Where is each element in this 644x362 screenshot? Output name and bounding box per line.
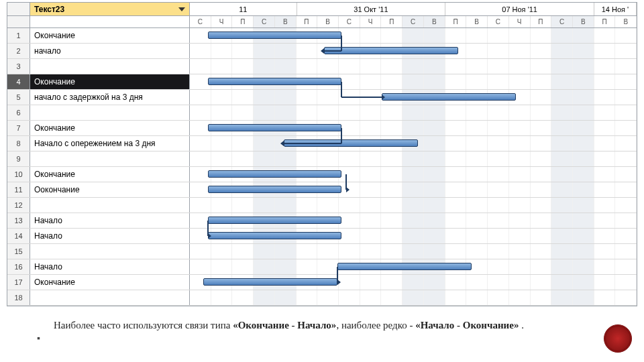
task-name-cell[interactable] [30, 290, 190, 305]
gantt-bar[interactable] [324, 47, 458, 54]
chart-cell [190, 290, 637, 305]
row-id[interactable]: 6 [7, 105, 30, 120]
day-header: СЧПСВПВСЧПСВПВСЧПСВПВ [190, 16, 637, 27]
day-cell: С [488, 16, 509, 27]
task-name-cell[interactable]: Окончание [30, 275, 190, 290]
row-id[interactable]: 9 [7, 152, 30, 166]
row-id[interactable]: 13 [7, 213, 30, 228]
gantt-bar[interactable] [208, 186, 342, 193]
task-name-cell[interactable]: Начало [30, 213, 190, 228]
day-cell: С [254, 16, 275, 27]
gantt-bar[interactable] [208, 217, 342, 224]
table-row[interactable]: 16Начало [7, 259, 637, 275]
table-row[interactable]: 12 [7, 198, 637, 213]
table-row[interactable]: 11Оокончание [7, 182, 637, 198]
task-name-cell[interactable]: начало [30, 44, 190, 58]
row-id[interactable]: 4 [7, 74, 30, 89]
task-name-cell[interactable]: Начало [30, 259, 190, 274]
row-id[interactable]: 14 [7, 229, 30, 243]
gantt-bar[interactable] [208, 78, 342, 85]
task-name-cell[interactable]: Окончание [30, 167, 190, 182]
caption-text: , наиболее редко - [336, 320, 415, 330]
task-name-cell[interactable]: Начало с опережением на 3 дня [30, 136, 190, 151]
day-cell: П [232, 16, 254, 27]
table-row[interactable]: 5начало с задержкой на 3 дня [7, 90, 637, 105]
gantt-bar[interactable] [203, 278, 337, 286]
row-id[interactable]: 3 [7, 59, 30, 74]
caption-bold: «Начало - Окончание» [415, 320, 519, 330]
gantt-bar[interactable] [208, 232, 342, 239]
chart-cell [190, 213, 637, 228]
task-name-cell[interactable]: Окончание [30, 28, 190, 43]
row-id[interactable]: 11 [7, 182, 30, 197]
chart-cell [190, 152, 637, 166]
chart-cell [190, 259, 637, 274]
table-row[interactable]: 15 [7, 244, 637, 259]
task-name-cell[interactable]: Окончание [30, 74, 190, 89]
gantt-bar[interactable] [208, 170, 342, 178]
row-id[interactable]: 16 [7, 259, 30, 274]
table-row[interactable]: 18 [7, 290, 637, 306]
task-name-cell[interactable] [30, 152, 190, 166]
task-name-cell[interactable]: начало с задержкой на 3 дня [30, 90, 190, 105]
table-row[interactable]: 17Окончание [7, 275, 637, 290]
task-name-cell[interactable]: Оокончание [30, 182, 190, 197]
table-row[interactable]: 3 [7, 59, 637, 74]
row-id[interactable]: 7 [7, 121, 30, 135]
day-cell: С [551, 16, 573, 27]
day-cell: П [297, 16, 318, 27]
table-row[interactable]: 6 [7, 105, 637, 121]
caption-bold: «Окончание - Начало» [233, 320, 336, 330]
task-name-cell[interactable] [30, 105, 190, 120]
day-cell: С [339, 16, 360, 27]
date-group: 14 Ноя ' [594, 3, 637, 15]
row-id[interactable]: 5 [7, 90, 30, 105]
task-name-cell[interactable] [30, 198, 190, 213]
gantt-bar[interactable] [337, 263, 472, 270]
day-cell: Ч [509, 16, 531, 27]
row-id[interactable]: 10 [7, 167, 30, 182]
column-header-name[interactable]: Текст23 [30, 3, 190, 15]
timeline-header-dates: 11 31 Окт '11 07 Ноя '11 14 Ноя ' [190, 3, 637, 15]
table-row[interactable]: 4Окончание [7, 74, 637, 90]
day-cell: В [275, 16, 297, 27]
day-cell: В [615, 16, 637, 27]
day-cell: П [594, 16, 616, 27]
chart-cell [190, 244, 637, 259]
table-row[interactable]: 10Окончание [7, 167, 637, 182]
task-name-cell[interactable] [30, 244, 190, 259]
caption: ▪ Наиболее часто используются связи типа… [0, 306, 644, 339]
seal-icon [604, 324, 632, 353]
gantt-bar[interactable] [208, 124, 342, 131]
table-row[interactable]: 7Окончание [7, 121, 637, 136]
row-id[interactable]: 17 [7, 275, 30, 290]
table-row[interactable]: 13Начало [7, 213, 637, 229]
row-id[interactable]: 15 [7, 244, 30, 259]
row-id[interactable]: 1 [7, 28, 30, 43]
table-row[interactable]: 9 [7, 152, 637, 167]
blank [7, 16, 30, 27]
gantt-bar[interactable] [382, 93, 516, 101]
row-id[interactable]: 8 [7, 136, 30, 151]
table-row[interactable]: 1Окончание [7, 28, 637, 44]
task-name-cell[interactable]: Начало [30, 229, 190, 243]
dropdown-icon[interactable] [178, 7, 185, 11]
task-name-cell[interactable] [30, 59, 190, 74]
chart-cell [190, 167, 637, 182]
header-row: Текст23 11 31 Окт '11 07 Ноя '11 14 Ноя … [7, 3, 637, 16]
bullet-icon: ▪ [37, 332, 40, 345]
id-header[interactable] [7, 3, 30, 15]
table-row[interactable]: 14Начало [7, 229, 637, 244]
row-id[interactable]: 12 [7, 198, 30, 213]
row-id[interactable]: 18 [7, 290, 30, 305]
task-name-cell[interactable]: Окончание [30, 121, 190, 135]
chart-cell [190, 275, 637, 290]
day-cell: В [573, 16, 594, 27]
date-group: 31 Окт '11 [297, 3, 446, 15]
row-id[interactable]: 2 [7, 44, 30, 58]
task-grid: 1Окончание2начало34Окончание5начало с за… [7, 28, 637, 306]
chart-cell [190, 44, 637, 58]
gantt-bar[interactable] [208, 32, 342, 39]
day-cell: С [402, 16, 424, 27]
day-cell: Ч [211, 16, 233, 27]
